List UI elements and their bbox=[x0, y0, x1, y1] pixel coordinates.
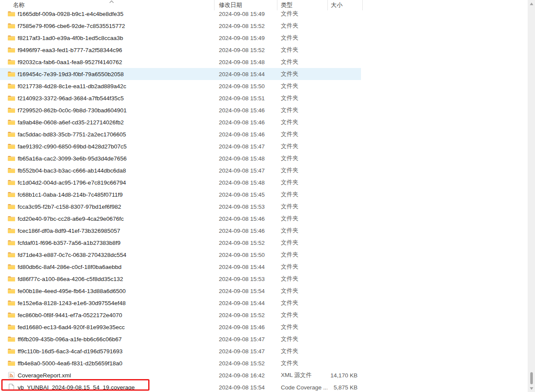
date-modified: 2024-09-08 15:48 bbox=[214, 155, 277, 162]
date-modified: 2024-09-08 15:54 bbox=[214, 288, 277, 294]
folder-icon bbox=[8, 299, 15, 306]
folder-icon bbox=[8, 10, 15, 17]
file-name: f8217af3-1ad0-e39a-4f0b-1ed5c8ccaa3b bbox=[18, 35, 123, 41]
column-header-date-modified[interactable]: 修改日期 bbox=[219, 1, 242, 9]
folder-icon bbox=[8, 275, 15, 282]
table-row[interactable]: fac5ddac-bd83-35cb-7751-2a2ec1706605 202… bbox=[0, 128, 361, 140]
date-modified: 2024-09-08 15:49 bbox=[214, 35, 277, 41]
file-name: CoverageReport.xml bbox=[18, 372, 71, 379]
file-type: 文件夹 bbox=[277, 82, 327, 90]
file-name: ffb4e8a0-5000-4ea6-f831-d2b5659f18a0 bbox=[18, 360, 122, 367]
file-type: 文件夹 bbox=[277, 275, 327, 283]
table-row[interactable]: fe00b18e-4eed-495e-fb64-13d88a6d6500 202… bbox=[0, 285, 361, 297]
folder-icon bbox=[8, 360, 15, 367]
table-row[interactable]: f2140923-3372-96ad-3684-a7fb544f35c5 202… bbox=[0, 92, 361, 104]
column-header-type[interactable]: 类型 bbox=[281, 1, 292, 9]
column-header-size[interactable]: 大小 bbox=[331, 1, 342, 9]
table-row[interactable]: fc1d04d2-004d-ac95-1796-e7c819c66794 202… bbox=[0, 176, 361, 188]
file-type: 文件夹 bbox=[277, 251, 327, 259]
column-divider[interactable] bbox=[327, 0, 328, 10]
table-row[interactable]: fb65a16a-cac2-3099-3e6b-95d3d4de7656 202… bbox=[0, 152, 361, 164]
table-row[interactable]: fcd20e40-97bc-cc28-a6e9-4ca29e0676fc 202… bbox=[0, 213, 361, 225]
table-row[interactable]: f8217af3-1ad0-e39a-4f0b-1ed5c8ccaa3b 202… bbox=[0, 32, 361, 44]
table-row[interactable]: fb552b04-bac3-b3ac-c666-ab144dbc6da8 202… bbox=[0, 164, 361, 176]
file-name: fed16680-ec13-6ad4-920f-81e993e35ecc bbox=[18, 324, 124, 330]
file-name: f92032ca-fab6-0aa1-fea8-9527f4140762 bbox=[18, 59, 122, 65]
date-modified: 2024-09-08 15:46 bbox=[214, 107, 277, 114]
table-row[interactable]: ffb4e8a0-5000-4ea6-f831-d2b5659f18a0 202… bbox=[0, 357, 361, 369]
table-row[interactable]: fd80db6c-8af4-286e-c0cf-18f0ba6aebbd 202… bbox=[0, 261, 361, 273]
file-type: 文件夹 bbox=[277, 179, 327, 186]
xml-file-icon bbox=[8, 372, 15, 379]
table-row[interactable]: fc68b1c1-0aba-14d8-214b-7c485f0711f9 202… bbox=[0, 188, 361, 201]
table-row[interactable]: ff9c110b-16d5-6ac3-4caf-d196d5791693 202… bbox=[0, 345, 361, 357]
date-modified: 2024-09-08 15:47 bbox=[214, 336, 277, 343]
table-row[interactable]: f9496f97-eaa3-fed1-b777-7a2f58344c96 202… bbox=[0, 44, 361, 56]
file-type: XML 源文件 bbox=[277, 371, 327, 379]
date-modified: 2024-09-08 15:50 bbox=[214, 252, 277, 258]
file-explorer-window: 名称 修改日期 类型 大小 f1665dbf-009a-0928-b9c1-e4… bbox=[0, 0, 535, 392]
file-name: fac5ddac-bd83-35cb-7751-2a2ec1706605 bbox=[18, 131, 126, 138]
file-name: f7585e79-f096-cbe6-92de-7c8535515772 bbox=[18, 23, 125, 29]
folder-icon bbox=[8, 215, 15, 222]
vertical-scrollbar[interactable] bbox=[528, 0, 535, 392]
file-type: 文件夹 bbox=[277, 10, 327, 18]
file-name: fe00b18e-4eed-495e-fb64-13d88a6d6500 bbox=[18, 288, 126, 294]
file-name: fcec186f-df0a-8df9-41ef-73b326985057 bbox=[18, 228, 120, 234]
file-type: 文件夹 bbox=[277, 359, 327, 367]
column-headers: 名称 修改日期 类型 大小 bbox=[0, 0, 535, 8]
table-row[interactable]: fd86f77c-a100-86ea-4206-c5f8dd35c132 202… bbox=[0, 273, 361, 285]
table-row[interactable]: f0217738-4d28-8c1e-ea11-db2ad889a42c 202… bbox=[0, 80, 361, 92]
table-row[interactable]: fcec186f-df0a-8df9-41ef-73b326985057 202… bbox=[0, 225, 361, 237]
column-divider[interactable] bbox=[362, 0, 363, 10]
table-row[interactable]: f1665dbf-009a-0928-b9c1-e4c4be8dfe35 202… bbox=[0, 8, 361, 20]
table-row[interactable]: fd71de43-e887-0c7c-0638-2704328dc554 202… bbox=[0, 249, 361, 261]
date-modified: 2024-09-08 15:46 bbox=[214, 119, 277, 126]
table-row[interactable]: f7299520-862b-0c0c-9b8d-730bad604901 202… bbox=[0, 104, 361, 116]
folder-icon bbox=[8, 59, 15, 65]
file-list: f1665dbf-009a-0928-b9c1-e4c4be8dfe35 202… bbox=[0, 8, 362, 392]
folder-icon bbox=[8, 83, 15, 90]
file-type: 文件夹 bbox=[277, 323, 327, 331]
file-name: fae91392-c990-6850-69bd-b428d27b07c5 bbox=[18, 143, 127, 150]
table-row[interactable]: fed16680-ec13-6ad4-920f-81e993e35ecc 202… bbox=[0, 321, 361, 333]
file-name: fec860b0-0f8f-9441-ef7a-0522172e4070 bbox=[18, 312, 122, 318]
file-size: 14,170 KB bbox=[327, 372, 361, 379]
date-modified: 2024-09-08 15:46 bbox=[214, 324, 277, 330]
date-modified: 2024-09-08 15:52 bbox=[214, 23, 277, 29]
file-type: 文件夹 bbox=[277, 311, 327, 319]
table-row[interactable]: fec860b0-0f8f-9441-ef7a-0522172e4070 202… bbox=[0, 309, 361, 321]
date-modified: 2024-09-08 15:51 bbox=[214, 95, 277, 102]
folder-icon bbox=[8, 239, 15, 246]
table-row[interactable]: fa9ab48e-0608-a6ef-cd35-212714026fb2 202… bbox=[0, 116, 361, 128]
file-type: 文件夹 bbox=[277, 70, 327, 78]
table-row[interactable]: fcca3c95-f2b7-c158-8307-97bd1ef6f982 202… bbox=[0, 201, 361, 213]
file-name: fa9ab48e-0608-a6ef-cd35-212714026fb2 bbox=[18, 119, 124, 126]
file-name: fc1d04d2-004d-ac95-1796-e7c819c66794 bbox=[18, 179, 126, 186]
date-modified: 2024-09-08 15:50 bbox=[214, 83, 277, 90]
column-divider[interactable] bbox=[277, 0, 277, 10]
table-row[interactable]: f7585e79-f096-cbe6-92de-7c8535515772 202… bbox=[0, 20, 361, 32]
scroll-up-button[interactable] bbox=[528, 0, 535, 7]
scroll-down-button[interactable] bbox=[528, 385, 535, 392]
table-row[interactable]: fcfdaf01-f696-b357-7a56-a1b27383b8f9 202… bbox=[0, 237, 361, 249]
scrollbar-thumb[interactable] bbox=[530, 372, 533, 384]
file-name: fcfdaf01-f696-b357-7a56-a1b27383b8f9 bbox=[18, 240, 121, 246]
file-type: 文件夹 bbox=[277, 130, 327, 138]
folder-icon bbox=[8, 336, 15, 343]
folder-icon bbox=[8, 227, 15, 234]
file-name: fb552b04-bac3-b3ac-c666-ab144dbc6da8 bbox=[18, 167, 126, 174]
column-divider[interactable] bbox=[214, 0, 215, 10]
table-row[interactable]: ff6fb209-435b-096a-a1fe-bb6c66c06b67 202… bbox=[0, 333, 361, 345]
date-modified: 2024-09-08 15:52 bbox=[214, 47, 277, 53]
file-type: 文件夹 bbox=[277, 263, 327, 271]
table-row[interactable]: fae91392-c990-6850-69bd-b428d27b07c5 202… bbox=[0, 140, 361, 152]
table-row[interactable]: f92032ca-fab6-0aa1-fea8-9527f4140762 202… bbox=[0, 56, 361, 68]
column-header-name[interactable]: 名称 bbox=[13, 1, 25, 9]
file-type: 文件夹 bbox=[277, 58, 327, 66]
table-row[interactable]: f169454c-7e39-19d3-f0bf-79a6550b2058 202… bbox=[0, 68, 361, 80]
folder-icon bbox=[8, 71, 15, 77]
file-type: 文件夹 bbox=[277, 287, 327, 295]
date-modified: 2024-09-08 15:44 bbox=[214, 71, 277, 77]
table-row[interactable]: fe152e6a-8128-1243-e1e6-30d97554ef48 202… bbox=[0, 297, 361, 309]
